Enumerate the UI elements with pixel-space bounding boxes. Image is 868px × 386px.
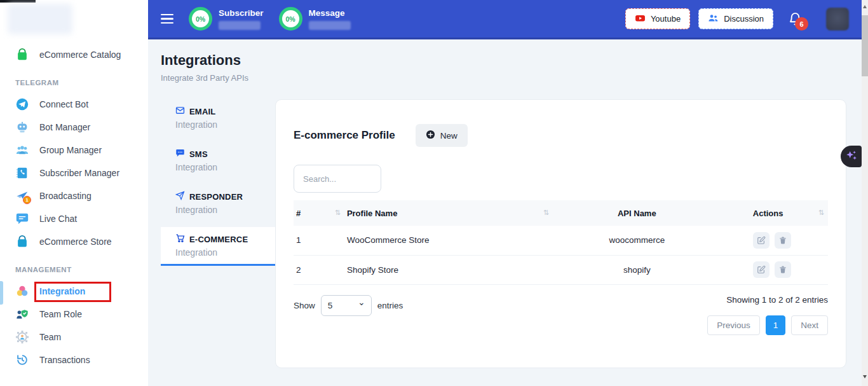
sort-icon[interactable] (543, 209, 549, 217)
actions-cell (721, 226, 828, 255)
shopping-bag-green-icon (15, 48, 29, 62)
message-progress-ring: 0% (279, 7, 302, 31)
table-row: 2 Shopify Store shopify (294, 255, 828, 284)
previous-page-button[interactable]: Previous (707, 315, 760, 335)
message-stat: 0% Message (279, 7, 351, 31)
group-icon (15, 143, 29, 157)
new-profile-button[interactable]: New (416, 124, 468, 147)
notification-count-badge: 6 (795, 17, 808, 31)
paper-plane-icon (175, 191, 185, 202)
app-logo-blurred (8, 4, 72, 34)
topbar-right: Youtube Discussion 6 (625, 8, 849, 31)
edit-button[interactable] (753, 261, 770, 278)
sidebar-item-label: Connect Bot (39, 99, 88, 109)
tab-email-integration[interactable]: EMAIL Integration (161, 99, 275, 136)
integration-circles-icon (15, 284, 29, 298)
page-size-group: Show 5 entries (294, 295, 403, 316)
scroll-down-arrow-icon[interactable] (863, 375, 867, 378)
sidebar-item-transactions[interactable]: Transactions (0, 348, 148, 371)
sparkles-icon (844, 149, 858, 165)
sidebar-item-broadcasting[interactable]: 1 Broadcasting (0, 184, 148, 207)
sidebar-item-team-role[interactable]: Team Role (0, 303, 148, 326)
sidebar-item-label: eCommerce Store (39, 237, 112, 247)
shopping-bag-blue-icon (15, 235, 29, 249)
shield-check-icon (15, 307, 29, 321)
sidebar-item-connect-bot[interactable]: Connect Bot (0, 93, 148, 116)
page-1-button[interactable]: 1 (766, 315, 786, 335)
contact-book-icon (15, 166, 29, 180)
tab-sublabel: Integration (175, 205, 275, 215)
sidebar-item-label: Broadcasting (39, 191, 92, 201)
sidebar-item-live-chat[interactable]: Live Chat (0, 207, 148, 230)
menu-icon[interactable] (161, 14, 173, 24)
tab-ecommerce-integration[interactable]: E-COMMERCE Integration (161, 227, 275, 266)
broadcast-plane-icon: 1 (15, 189, 29, 203)
sidebar-item-label: Team Role (39, 309, 82, 319)
profiles-table: # Profile Name API Name Actions 1 WooCom… (294, 200, 828, 285)
mail-icon (175, 106, 185, 117)
sidebar-item-team[interactable]: Team (0, 326, 148, 348)
youtube-button-label: Youtube (651, 14, 681, 24)
sidebar-item-ecommerce-catalog[interactable]: eCommerce Catalog (0, 43, 148, 66)
logo-top-strip (0, 0, 36, 3)
active-item-indicator (0, 281, 3, 305)
topbar: 0% Subscriber 0% Message Youtube (148, 0, 862, 39)
message-stat-label: Message (309, 8, 351, 18)
sidebar-item-bot-manager[interactable]: Bot Manager (0, 116, 148, 139)
pagination: Previous 1 Next (707, 315, 828, 335)
delete-button[interactable] (775, 232, 791, 249)
ai-assistant-button[interactable] (841, 146, 862, 167)
tab-label: E-COMMERCE (189, 235, 248, 244)
panel-title: E-commerce Profile (294, 129, 395, 142)
sidebar-section-management: MANAGEMENT (15, 266, 148, 273)
sidebar-item-label: Team (39, 332, 61, 342)
sidebar-item-group-manager[interactable]: Group Manager (0, 139, 148, 162)
sidebar-section-telegram: TELEGRAM (15, 79, 148, 86)
sidebar-item-integration[interactable]: Integration (0, 280, 148, 303)
sidebar-nav: eCommerce Catalog TELEGRAM Connect Bot B… (0, 0, 148, 371)
search-input[interactable] (294, 165, 381, 193)
scrollbar-thumb[interactable] (862, 15, 868, 76)
plus-circle-icon (426, 130, 435, 141)
show-label: Show (294, 301, 315, 310)
subscriber-stat-label: Subscriber (219, 8, 264, 18)
row-number: 1 (294, 226, 344, 255)
page-scrollbar[interactable] (862, 0, 868, 386)
sort-icon[interactable] (818, 209, 824, 217)
subscriber-stat-value-redacted (219, 21, 261, 30)
tab-responder-integration[interactable]: RESPONDER Integration (161, 184, 275, 221)
notifications-button[interactable]: 6 (788, 11, 803, 26)
tab-sublabel: Integration (175, 247, 275, 258)
sidebar-item-subscriber-manager[interactable]: Subscriber Manager (0, 162, 148, 184)
sidebar: eCommerce Catalog TELEGRAM Connect Bot B… (0, 0, 148, 386)
youtube-icon (635, 13, 646, 25)
user-avatar[interactable] (826, 8, 849, 31)
column-header-number[interactable]: # (294, 200, 344, 226)
tab-label: SMS (189, 149, 208, 159)
table-header-row: # Profile Name API Name Actions (294, 200, 828, 226)
youtube-button[interactable]: Youtube (625, 8, 690, 29)
page-subtitle: Integrate 3rd Party APIs (161, 73, 846, 83)
showing-entries-text: Showing 1 to 2 of 2 entries (707, 295, 828, 305)
column-header-api-name[interactable]: API Name (553, 200, 721, 226)
tab-label: RESPONDER (189, 192, 243, 202)
column-header-actions[interactable]: Actions (721, 200, 828, 226)
scroll-up-arrow-icon[interactable] (863, 5, 867, 8)
delete-button[interactable] (775, 261, 791, 278)
sort-icon[interactable] (335, 209, 341, 217)
page-size-select[interactable]: 5 (321, 295, 372, 316)
edit-button[interactable] (753, 232, 770, 249)
ecommerce-profile-card: E-commerce Profile New # Profile Name (275, 99, 846, 368)
api-name-cell: shopify (553, 255, 721, 284)
sidebar-item-ecommerce-store[interactable]: eCommerce Store (0, 230, 148, 253)
table-row: 1 WooCommerce Store woocommerce (294, 226, 828, 255)
profile-name-cell: WooCommerce Store (344, 226, 553, 255)
discussion-button[interactable]: Discussion (698, 8, 773, 29)
tab-sms-integration[interactable]: SMS Integration (161, 142, 275, 179)
row-number: 2 (294, 255, 344, 284)
column-header-profile-name[interactable]: Profile Name (344, 200, 553, 226)
sidebar-item-label: eCommerce Catalog (39, 50, 121, 60)
telegram-icon (15, 97, 29, 111)
integration-subnav: EMAIL Integration SMS Integration (161, 99, 275, 272)
next-page-button[interactable]: Next (791, 315, 828, 335)
